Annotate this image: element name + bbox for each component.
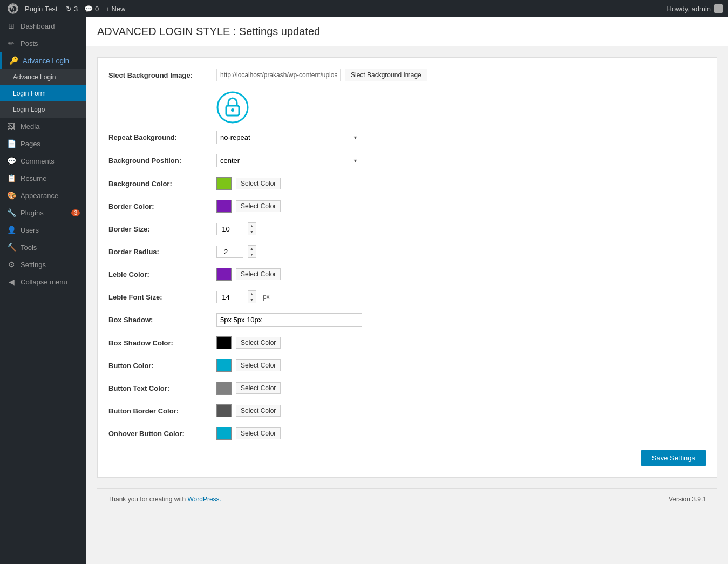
user-howdy: Howdy, admin [667, 4, 723, 13]
repeat-bg-select[interactable]: no-repeat repeat repeat-x repeat-y [216, 131, 362, 144]
button-color-select-btn[interactable]: Select Color [236, 359, 281, 371]
button-text-color-select-btn[interactable]: Select Color [236, 382, 281, 394]
leble-font-size-input[interactable] [216, 291, 243, 303]
bg-color-row: Background Color: Select Color [108, 177, 706, 190]
bg-color-swatch[interactable] [216, 177, 232, 190]
box-shadow-color-control: Select Color [216, 336, 706, 349]
sidebar-item-resume[interactable]: 📋 Resume [0, 169, 86, 187]
sidebar-item-collapse[interactable]: ◀ Collapse menu [0, 273, 86, 290]
sidebar-item-comments[interactable]: 💬 Comments [0, 152, 86, 169]
box-shadow-color-swatch[interactable] [216, 336, 232, 349]
border-radius-label: Border Radius: [108, 248, 216, 256]
settings-icon: ⚙ [6, 260, 16, 269]
sidebar-item-media[interactable]: 🖼 Media [0, 118, 86, 135]
sidebar-item-posts[interactable]: ✏ Posts [0, 35, 86, 52]
wp-logo-icon[interactable] [5, 1, 21, 16]
site-name[interactable]: Pugin Test [25, 5, 57, 13]
box-shadow-control [216, 313, 706, 327]
sidebar-label-advance-login-sub: Advance Login [13, 73, 56, 81]
sidebar-label-media: Media [21, 123, 39, 131]
leble-color-select-btn[interactable]: Select Color [236, 268, 281, 280]
bg-image-url-input[interactable] [216, 69, 341, 81]
border-radius-arrows[interactable]: ▲ ▼ [248, 245, 256, 258]
bg-image-row: Slect Background Image: Slect Background… [108, 69, 706, 81]
bg-image-label: Slect Background Image: [108, 71, 216, 79]
bg-color-select-btn[interactable]: Select Color [236, 178, 281, 189]
sidebar-item-dashboard[interactable]: ⊞ Dashboard [0, 17, 86, 35]
button-border-color-swatch[interactable] [216, 404, 232, 417]
sidebar-item-settings[interactable]: ⚙ Settings [0, 256, 86, 273]
sidebar-label-resume: Resume [21, 174, 46, 182]
sidebar-item-login-form[interactable]: Login Form [0, 85, 86, 101]
leble-color-swatch[interactable] [216, 268, 232, 281]
border-size-arrows[interactable]: ▲ ▼ [248, 222, 256, 235]
updates-icon[interactable]: ↻ 3 [66, 5, 78, 13]
sidebar-item-appearance[interactable]: 🎨 Appearance [0, 187, 86, 204]
onhover-color-row: Onhover Button Color: Select Color [108, 427, 706, 440]
sidebar-item-plugins[interactable]: 🔧 Plugins 3 [0, 204, 86, 221]
leble-font-size-down[interactable]: ▼ [248, 297, 256, 303]
box-shadow-color-select-btn[interactable]: Select Color [236, 337, 281, 349]
repeat-bg-row: Repeat Background: no-repeat repeat repe… [108, 131, 706, 144]
sidebar-label-collapse: Collapse menu [21, 278, 67, 286]
main-content: ADVANCED LOGIN STYLE : Settings updated … [86, 17, 728, 564]
repeat-bg-label: Repeat Background: [108, 133, 216, 141]
leble-font-size-arrows[interactable]: ▲ ▼ [248, 290, 256, 303]
onhover-color-control: Select Color [216, 427, 706, 440]
users-icon: 👤 [6, 226, 16, 234]
border-size-row: Border Size: ▲ ▼ [108, 222, 706, 235]
sidebar-label-users: Users [21, 226, 39, 234]
box-shadow-input[interactable] [216, 313, 362, 327]
admin-bar: Pugin Test ↻ 3 💬 0 + New Howdy, admin [0, 0, 728, 17]
onhover-color-label: Onhover Button Color: [108, 430, 216, 438]
leble-font-size-up[interactable]: ▲ [248, 291, 256, 297]
border-radius-up[interactable]: ▲ [248, 246, 256, 252]
sidebar-label-dashboard: Dashboard [21, 22, 55, 30]
button-text-color-row: Button Text Color: Select Color [108, 382, 706, 395]
user-avatar[interactable] [714, 4, 723, 13]
button-border-color-select-btn[interactable]: Select Color [236, 405, 281, 417]
sidebar-item-users[interactable]: 👤 Users [0, 221, 86, 239]
border-color-swatch[interactable] [216, 200, 232, 213]
border-color-control: Select Color [216, 200, 706, 213]
border-size-down[interactable]: ▼ [248, 229, 256, 235]
button-color-swatch[interactable] [216, 359, 232, 372]
appearance-icon: 🎨 [6, 191, 16, 200]
sidebar-label-settings: Settings [21, 261, 46, 269]
sidebar-item-pages[interactable]: 📄 Pages [0, 135, 86, 152]
posts-icon: ✏ [6, 39, 16, 47]
sidebar-item-advance-login[interactable]: 🔑 Advance Login [0, 52, 86, 69]
button-text-color-swatch[interactable] [216, 382, 232, 395]
leble-color-row: Leble Color: Select Color [108, 268, 706, 281]
save-settings-btn[interactable]: Save Settings [641, 450, 706, 466]
border-size-input[interactable] [216, 223, 243, 235]
bg-image-upload-btn[interactable]: Slect Background Image [345, 69, 427, 81]
onhover-color-swatch[interactable] [216, 427, 232, 440]
sidebar-item-login-logo[interactable]: Login Logo [0, 101, 86, 118]
border-size-up[interactable]: ▲ [248, 223, 256, 229]
box-shadow-label: Box Shadow: [108, 316, 216, 324]
leble-font-size-unit: px [263, 293, 270, 301]
border-color-row: Border Color: Select Color [108, 200, 706, 213]
button-text-color-label: Button Text Color: [108, 384, 216, 392]
button-color-label: Button Color: [108, 362, 216, 370]
box-shadow-color-label: Box Shadow Color: [108, 339, 216, 347]
sidebar-label-posts: Posts [21, 39, 38, 47]
leble-font-size-control: ▲ ▼ px [216, 290, 706, 303]
bg-position-select[interactable]: center top bottom left right [216, 154, 362, 167]
bg-image-control: Slect Background Image [216, 69, 706, 81]
border-radius-down[interactable]: ▼ [248, 252, 256, 257]
onhover-color-select-btn[interactable]: Select Color [236, 427, 281, 439]
footer-wp-link[interactable]: WordPress. [187, 495, 221, 503]
border-radius-input[interactable] [216, 246, 243, 258]
sidebar-item-tools[interactable]: 🔨 Tools [0, 239, 86, 256]
save-row: Save Settings [108, 450, 706, 466]
new-content[interactable]: + New [105, 5, 125, 13]
plugins-icon: 🔧 [6, 208, 16, 217]
button-border-color-label: Button Border Color: [108, 407, 216, 415]
sidebar-item-advance-login-sub[interactable]: Advance Login [0, 69, 86, 85]
comments-icon[interactable]: 💬 0 [84, 5, 99, 13]
sidebar-label-advance-login: Advance Login [23, 57, 69, 65]
leble-font-size-row: Leble Font Size: ▲ ▼ px [108, 290, 706, 303]
border-color-select-btn[interactable]: Select Color [236, 200, 281, 212]
